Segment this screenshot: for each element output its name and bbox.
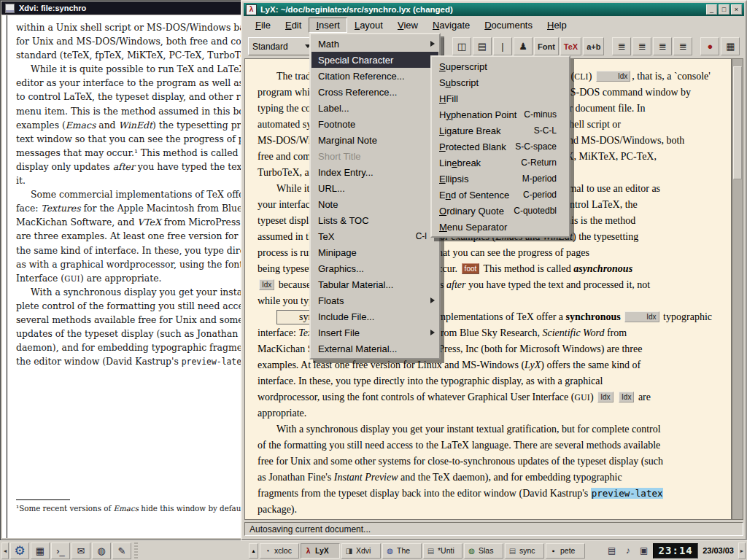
taskbar-window-the[interactable]: ◍The [382,543,422,559]
lcd-clock[interactable]: 23:14 [653,543,698,559]
text-run: hide this window by default but it can b… [139,504,242,513]
text-run: ) the typesetting [573,231,638,242]
menubar-item-view[interactable]: View [390,18,425,33]
xdvi-page-canvas[interactable]: within a Unix shell script or MS-DOS/Win… [2,15,242,538]
depth-decrement-button[interactable]: ≣ [632,37,651,55]
insert-menu-item-index-entry[interactable]: Index Entry... [311,164,438,180]
taskbar-window-slas[interactable]: ◍Slas [464,543,503,559]
paste-page-button[interactable]: ▤ [473,37,492,55]
show-desktop-button[interactable]: ▦ [31,542,50,559]
special-character-item-ordinary-quote[interactable]: Ordinary QuoteC-quotedbl [433,203,568,219]
depth-increment-button[interactable]: ≣ [612,37,631,55]
panel-hide-left-button[interactable]: ◄ [1,542,9,559]
klipper-icon[interactable]: ▤ [604,543,619,559]
insert-menu-item-citation-reference[interactable]: Citation Reference... [311,68,438,84]
insert-menu-item-insert-file[interactable]: Insert File [311,324,438,341]
panel-handle[interactable] [134,542,138,559]
xdvi-titlebar[interactable]: Xdvi: file:synchro [1,1,242,15]
menu-shortcut: C-quotedbl [506,206,557,216]
special-character-item-protected-blank[interactable]: Protected BlankS-C-space [433,139,568,155]
menubar-item-navigate[interactable]: Navigate [425,18,477,33]
special-character-item-superscript[interactable]: Superscript [433,58,568,74]
footnote-inset-badge[interactable]: foot [462,263,480,274]
lyx-menubar: FileEditInsertLayoutViewNavigateDocument… [244,16,744,34]
table-button[interactable]: ▦ [721,37,740,55]
menu-item-label: Tabular Material... [318,279,393,290]
insert-menu-item-footnote[interactable]: Footnote [311,116,438,132]
insert-menu-item-tabular-material[interactable]: Tabular Material... [311,276,438,292]
konsole-button[interactable]: ›_ [51,542,70,559]
insert-menu-item-math[interactable]: Math [311,36,438,52]
document-scrollbar[interactable] [732,58,743,520]
insert-menu-item-external-material[interactable]: External Material... [311,341,438,357]
index-inset-badge[interactable]: Idx [259,279,274,290]
panel-hide-right-button[interactable]: ► [738,542,746,559]
text-line: for Unix and MS-DOS/Windows, both free a… [16,34,242,48]
index-inset-badge[interactable]: Idx [619,392,634,402]
text-line: fragments from the typeset display back … [258,486,712,502]
menu-item-label: Note [318,199,338,210]
insert-menu-item-cross-reference[interactable]: Cross Reference... [311,84,438,100]
task-window-label: Slas [479,546,493,555]
menubar-item-layout[interactable]: Layout [347,18,390,33]
special-character-item-hfill[interactable]: HFill [433,90,568,106]
minimize-button[interactable]: _ [706,4,717,15]
maximize-button[interactable]: □ [719,4,729,15]
font-button[interactable]: Font [534,37,559,55]
taskbar-window-sync[interactable]: ▤sync [505,543,544,559]
insert-menu-item-label[interactable]: Label... [311,100,438,116]
special-character-item-hyphenation-point[interactable]: Hyphenation PointC-minus [433,106,568,122]
index-inset-badge[interactable]: Idx [597,392,613,402]
math-mode-button[interactable]: a+b [583,37,604,55]
insert-menu-item-include-file[interactable]: Include File... [311,308,438,324]
menubar-item-help[interactable]: Help [540,18,574,33]
insert-menu-item-lists-toc[interactable]: Lists & TOC [311,212,438,228]
index-inset-badge[interactable]: Idx [624,311,659,322]
konqueror-button[interactable]: ◍ [92,542,111,559]
taskbar-window-pete[interactable]: ▪pete [546,543,585,559]
special-character-item-menu-separator[interactable]: Menu Separator [433,219,568,235]
insert-menu-item-floats[interactable]: Floats [311,292,438,308]
close-button[interactable]: × [731,4,742,15]
window-list-arrow-button[interactable]: ▴ [249,543,258,559]
monitor-icon[interactable]: ▣ [636,543,651,559]
insert-menu-item-note[interactable]: Note [311,196,438,212]
insert-menu-item-special-character[interactable]: Special Character [311,52,438,68]
float-list-button[interactable]: ≣ [673,37,692,55]
kmail-button[interactable]: ✉ [71,542,90,559]
index-inset-badge[interactable]: Idx [596,71,630,82]
insert-menu-item-minipage[interactable]: Minipage [311,244,438,260]
lyx-window-title: LyX: ~/doc/beginlatex/src/synchro.lyx (c… [260,5,703,14]
kmix-icon[interactable]: ♪ [620,543,635,559]
menubar-item-edit[interactable]: Edit [278,18,309,33]
menubar-item-insert[interactable]: Insert [309,18,347,33]
menu-item-label: Index Entry... [318,167,374,178]
insert-menu-item-url[interactable]: URL... [311,180,438,196]
copy-page-button[interactable]: ◫ [452,37,471,55]
editor-button[interactable]: ✎ [112,542,131,559]
taskbar-window-xcloc[interactable]: ◔xcloc [260,543,299,559]
scrollbar-thumb[interactable] [733,66,742,179]
special-character-item-ligature-break[interactable]: Ligature BreakS-C-L [433,122,568,139]
toc-list-button[interactable]: ≣ [653,37,672,55]
menubar-item-documents[interactable]: Documents [477,18,540,33]
tex-mode-button[interactable]: TeX [560,37,581,55]
task-window-icon: ◔ [263,546,272,556]
menubar-item-file[interactable]: File [248,18,278,33]
paragraph-style-combo[interactable]: Standard [248,37,315,55]
special-character-item-end-of-sentence[interactable]: End of SentenceC-period [433,187,568,203]
taskbar-window-xdvi[interactable]: ◨Xdvi [341,543,381,559]
lyx-titlebar[interactable]: λ LyX: ~/doc/beginlatex/src/synchro.lyx … [244,3,744,16]
special-character-item-ellipsis[interactable]: EllipsisM-period [433,171,568,187]
insert-menu-item-graphics[interactable]: Graphics... [311,260,438,276]
taskbar-window-unti[interactable]: ▤*Unti [423,543,462,559]
text-cursor-button[interactable]: | [493,37,512,55]
note-button[interactable]: ● [700,37,719,55]
special-character-item-linebreak[interactable]: LinebreakC-Return [433,155,568,171]
taskbar-window-lyx[interactable]: λLyX [301,543,340,559]
noun-button[interactable]: ♟ [514,37,533,55]
special-character-item-subscript[interactable]: Subscript [433,74,568,90]
insert-menu-item-tex[interactable]: TeXC-l [311,228,438,244]
insert-menu-item-marginal-note[interactable]: Marginal Note [311,132,438,148]
k-menu-button[interactable]: ⚙ [10,542,29,559]
